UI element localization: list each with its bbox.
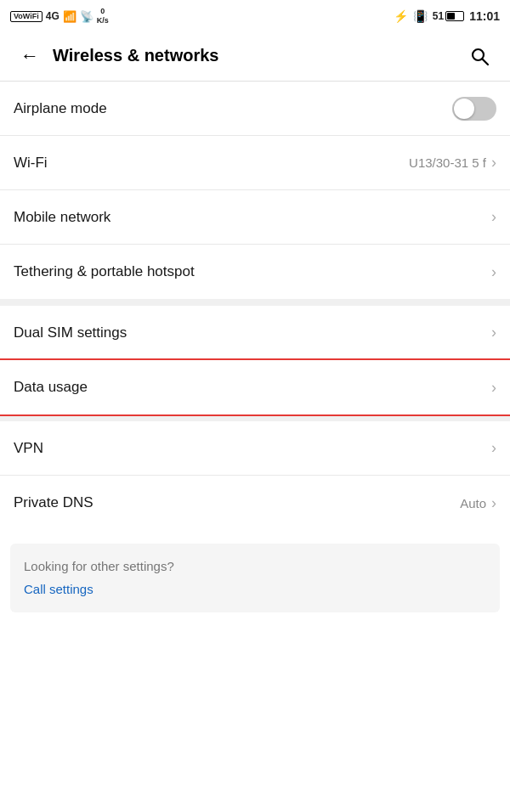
dual-sim-label: Dual SIM settings [14,324,127,341]
wifi-value-container: U13/30-31 5 f › [409,154,496,172]
data-usage-chevron-container: › [491,379,496,397]
app-bar: ← Wireless & networks [0,31,510,82]
tethering-label-container: Tethering & portable hotspot [14,263,195,280]
status-bar: VoWiFi 4G 📶 📡 0 K/s ⚡ 📳 51 11:01 [0,0,510,31]
search-icon [469,46,490,66]
section-divider-1 [0,299,510,306]
vibrate-icon: 📳 [413,9,428,23]
airplane-mode-label-container: Airplane mode [14,100,107,117]
mobile-network-chevron-icon: › [491,208,496,226]
data-speed: 0 K/s [97,7,109,25]
wifi-label: Wi-Fi [14,155,48,172]
clock: 11:01 [469,9,500,23]
vpn-item[interactable]: VPN › [0,421,510,476]
footer-card-text: Looking for other settings? [24,559,486,573]
vowifi-badge: VoWiFi [10,11,42,22]
battery-fill [447,13,455,20]
dual-sim-item[interactable]: Dual SIM settings › [0,306,510,360]
tethering-label: Tethering & portable hotspot [14,263,195,280]
data-usage-chevron-icon: › [491,379,496,397]
section-other: VPN › Private DNS Auto › [0,421,510,530]
tethering-chevron-container: › [491,263,496,281]
vpn-label-container: VPN [14,440,43,457]
dual-sim-chevron-container: › [491,324,496,341]
private-dns-label-container: Private DNS [14,494,94,511]
section-network: Airplane mode Wi-Fi U13/30-31 5 f › Mobi… [0,82,510,299]
status-bar-right: ⚡ 📳 51 11:01 [394,9,500,23]
wifi-item[interactable]: Wi-Fi U13/30-31 5 f › [0,136,510,190]
wifi-label-container: Wi-Fi [14,155,48,172]
search-button[interactable] [462,39,496,73]
dual-sim-label-container: Dual SIM settings [14,324,127,341]
mobile-network-chevron-container: › [491,208,496,226]
mobile-network-label-container: Mobile network [14,209,110,226]
airplane-mode-toggle[interactable] [452,97,496,121]
section-sim: Dual SIM settings › Data usage › [0,306,510,414]
mobile-network-label: Mobile network [14,209,110,226]
back-arrow-icon: ← [20,45,39,67]
wifi-value: U13/30-31 5 f [409,155,486,170]
bluetooth-icon: ⚡ [394,9,408,23]
airplane-mode-toggle-container [452,97,496,121]
back-button[interactable]: ← [14,38,46,74]
signal-4g-icon: 4G [46,10,60,22]
airplane-mode-label: Airplane mode [14,100,107,117]
private-dns-label: Private DNS [14,494,94,511]
private-dns-value: Auto [460,496,486,510]
svg-line-1 [483,59,489,65]
tethering-item[interactable]: Tethering & portable hotspot › [0,245,510,299]
vpn-chevron-container: › [491,439,496,457]
private-dns-item[interactable]: Private DNS Auto › [0,476,510,530]
private-dns-value-container: Auto › [460,494,496,512]
data-usage-label: Data usage [14,379,88,396]
wifi-chevron-icon: › [491,154,496,172]
signal-bars-icon: 📶 [63,10,76,23]
data-usage-label-container: Data usage [14,379,88,396]
section-divider-2 [0,414,510,421]
battery-icon [445,11,464,21]
toggle-thumb [454,99,474,119]
wifi-icon: 📡 [80,10,94,23]
mobile-network-item[interactable]: Mobile network › [0,190,510,245]
vpn-label: VPN [14,440,43,457]
page-title: Wireless & networks [53,46,462,65]
battery-percent: 51 [433,10,444,22]
footer-card: Looking for other settings? Call setting… [10,544,500,612]
battery-indicator: 51 [433,10,464,22]
dual-sim-chevron-icon: › [491,324,496,341]
status-bar-left: VoWiFi 4G 📶 📡 0 K/s [10,7,109,25]
private-dns-chevron-icon: › [491,494,496,512]
data-usage-item[interactable]: Data usage › [0,360,510,414]
vpn-chevron-icon: › [491,439,496,457]
tethering-chevron-icon: › [491,263,496,281]
airplane-mode-item[interactable]: Airplane mode [0,82,510,136]
call-settings-link[interactable]: Call settings [24,582,94,596]
